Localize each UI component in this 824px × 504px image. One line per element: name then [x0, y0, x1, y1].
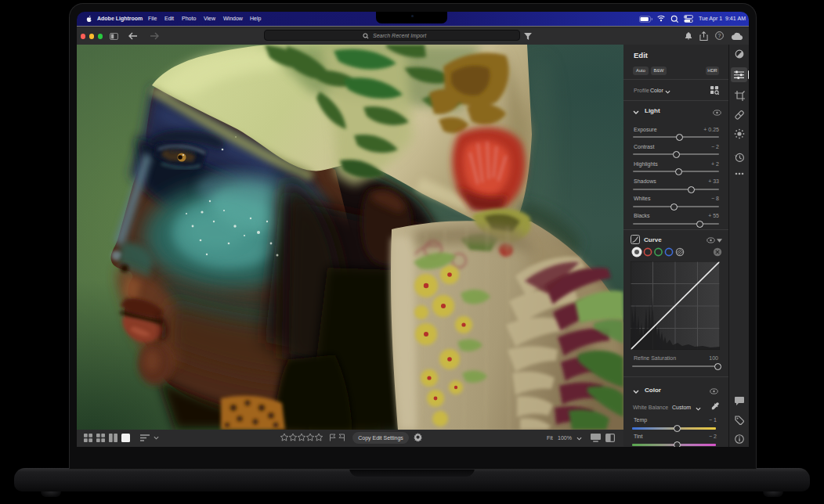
svg-text:?: ?	[718, 33, 721, 38]
